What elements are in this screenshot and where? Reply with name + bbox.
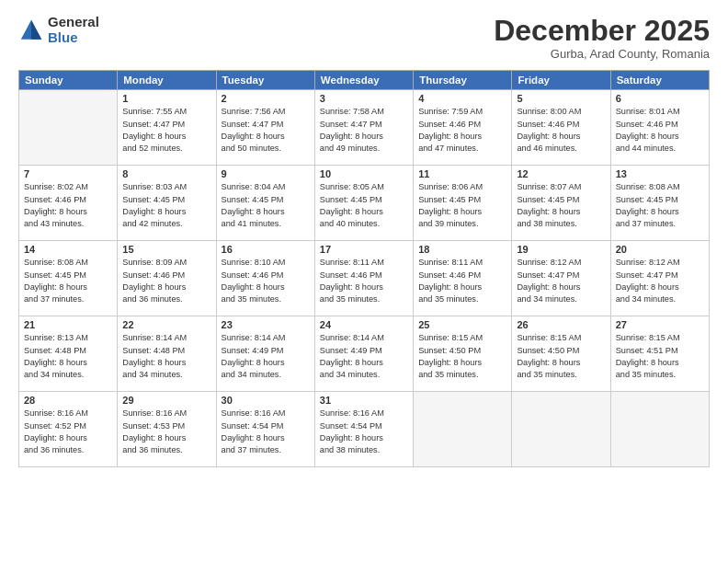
col-thursday: Thursday [414,71,512,90]
table-row: 27Sunrise: 8:15 AMSunset: 4:51 PMDayligh… [610,316,709,392]
cell-info: Sunrise: 8:08 AMSunset: 4:45 PMDaylight:… [24,257,112,305]
col-friday: Friday [512,71,610,90]
table-row: 3Sunrise: 7:58 AMSunset: 4:47 PMDaylight… [314,90,413,166]
table-row: 13Sunrise: 8:08 AMSunset: 4:45 PMDayligh… [610,166,709,241]
day-number: 1 [122,93,210,104]
day-number: 27 [616,319,704,330]
day-number: 18 [418,244,506,255]
col-saturday: Saturday [610,71,709,90]
cell-info: Sunrise: 8:13 AMSunset: 4:48 PMDaylight:… [24,332,112,381]
calendar-table: Sunday Monday Tuesday Wednesday Thursday… [18,70,710,467]
cell-info: Sunrise: 8:11 AMSunset: 4:46 PMDaylight:… [320,257,408,305]
col-tuesday: Tuesday [216,71,314,90]
cell-info: Sunrise: 8:15 AMSunset: 4:50 PMDaylight:… [517,332,605,381]
table-row: 29Sunrise: 8:16 AMSunset: 4:53 PMDayligh… [118,392,216,467]
cell-info: Sunrise: 8:14 AMSunset: 4:49 PMDaylight:… [320,332,408,381]
col-wednesday: Wednesday [314,71,413,90]
table-row: 31Sunrise: 8:16 AMSunset: 4:54 PMDayligh… [314,392,413,467]
calendar-header-row: Sunday Monday Tuesday Wednesday Thursday… [19,71,710,90]
day-number: 24 [320,319,408,330]
calendar-week-row: 21Sunrise: 8:13 AMSunset: 4:48 PMDayligh… [19,316,710,392]
cell-info: Sunrise: 8:15 AMSunset: 4:51 PMDaylight:… [616,332,704,381]
table-row: 12Sunrise: 8:07 AMSunset: 4:45 PMDayligh… [512,166,610,241]
cell-info: Sunrise: 8:12 AMSunset: 4:47 PMDaylight:… [517,257,605,305]
cell-info: Sunrise: 8:09 AMSunset: 4:46 PMDaylight:… [122,257,210,305]
table-row: 10Sunrise: 8:05 AMSunset: 4:45 PMDayligh… [314,166,413,241]
day-number: 23 [222,319,310,330]
table-row: 30Sunrise: 8:16 AMSunset: 4:54 PMDayligh… [216,392,314,467]
cell-info: Sunrise: 8:05 AMSunset: 4:45 PMDaylight:… [320,181,408,230]
col-monday: Monday [118,71,216,90]
table-row: 14Sunrise: 8:08 AMSunset: 4:45 PMDayligh… [19,241,118,316]
table-row: 16Sunrise: 8:10 AMSunset: 4:46 PMDayligh… [216,241,314,316]
day-number: 3 [320,93,408,104]
table-row: 22Sunrise: 8:14 AMSunset: 4:48 PMDayligh… [118,316,216,392]
cell-info: Sunrise: 8:12 AMSunset: 4:47 PMDaylight:… [616,257,704,305]
cell-info: Sunrise: 8:16 AMSunset: 4:54 PMDaylight:… [222,408,310,456]
table-row: 17Sunrise: 8:11 AMSunset: 4:46 PMDayligh… [314,241,413,316]
table-row [19,90,118,166]
table-row: 6Sunrise: 8:01 AMSunset: 4:46 PMDaylight… [610,90,709,166]
cell-info: Sunrise: 8:14 AMSunset: 4:49 PMDaylight:… [222,332,310,381]
table-row: 8Sunrise: 8:03 AMSunset: 4:45 PMDaylight… [118,166,216,241]
day-number: 4 [418,93,506,104]
cell-info: Sunrise: 8:06 AMSunset: 4:45 PMDaylight:… [418,181,506,230]
table-row: 15Sunrise: 8:09 AMSunset: 4:46 PMDayligh… [118,241,216,316]
logo-blue: Blue [48,30,99,46]
table-row: 20Sunrise: 8:12 AMSunset: 4:47 PMDayligh… [610,241,709,316]
day-number: 12 [517,168,605,179]
cell-info: Sunrise: 8:03 AMSunset: 4:45 PMDaylight:… [122,181,210,230]
cell-info: Sunrise: 8:02 AMSunset: 4:46 PMDaylight:… [24,181,112,230]
table-row: 2Sunrise: 7:56 AMSunset: 4:47 PMDaylight… [216,90,314,166]
table-row [512,392,610,467]
day-number: 26 [517,319,605,330]
cell-info: Sunrise: 8:14 AMSunset: 4:48 PMDaylight:… [122,332,210,381]
day-number: 17 [320,244,408,255]
calendar-week-row: 28Sunrise: 8:16 AMSunset: 4:52 PMDayligh… [19,392,710,467]
table-row: 21Sunrise: 8:13 AMSunset: 4:48 PMDayligh… [19,316,118,392]
svg-marker-1 [31,19,41,39]
day-number: 14 [24,244,112,255]
table-row [414,392,512,467]
day-number: 31 [320,395,408,406]
calendar-week-row: 14Sunrise: 8:08 AMSunset: 4:45 PMDayligh… [19,241,710,316]
cell-info: Sunrise: 8:00 AMSunset: 4:46 PMDaylight:… [517,106,605,155]
page: General Blue December 2025 Gurba, Arad C… [0,0,728,563]
day-number: 13 [616,168,704,179]
calendar-week-row: 1Sunrise: 7:55 AMSunset: 4:47 PMDaylight… [19,90,710,166]
table-row: 19Sunrise: 8:12 AMSunset: 4:47 PMDayligh… [512,241,610,316]
header: General Blue December 2025 Gurba, Arad C… [18,15,710,61]
day-number: 11 [418,168,506,179]
logo-text: General Blue [48,15,99,45]
day-number: 10 [320,168,408,179]
col-sunday: Sunday [19,71,118,90]
day-number: 28 [24,395,112,406]
cell-info: Sunrise: 8:16 AMSunset: 4:53 PMDaylight:… [122,408,210,456]
table-row: 7Sunrise: 8:02 AMSunset: 4:46 PMDaylight… [19,166,118,241]
table-row: 23Sunrise: 8:14 AMSunset: 4:49 PMDayligh… [216,316,314,392]
day-number: 16 [222,244,310,255]
day-number: 30 [222,395,310,406]
logo-icon [18,17,44,43]
table-row: 1Sunrise: 7:55 AMSunset: 4:47 PMDaylight… [118,90,216,166]
day-number: 8 [122,168,210,179]
cell-info: Sunrise: 8:08 AMSunset: 4:45 PMDaylight:… [616,181,704,230]
location-subtitle: Gurba, Arad County, Romania [494,47,710,61]
day-number: 7 [24,168,112,179]
cell-info: Sunrise: 8:04 AMSunset: 4:45 PMDaylight:… [222,181,310,230]
day-number: 29 [122,395,210,406]
day-number: 19 [517,244,605,255]
table-row: 28Sunrise: 8:16 AMSunset: 4:52 PMDayligh… [19,392,118,467]
cell-info: Sunrise: 8:07 AMSunset: 4:45 PMDaylight:… [517,181,605,230]
day-number: 22 [122,319,210,330]
cell-info: Sunrise: 8:16 AMSunset: 4:52 PMDaylight:… [24,408,112,456]
day-number: 2 [222,93,310,104]
table-row: 26Sunrise: 8:15 AMSunset: 4:50 PMDayligh… [512,316,610,392]
day-number: 15 [122,244,210,255]
logo: General Blue [18,15,99,45]
day-number: 21 [24,319,112,330]
table-row: 11Sunrise: 8:06 AMSunset: 4:45 PMDayligh… [414,166,512,241]
day-number: 5 [517,93,605,104]
calendar-week-row: 7Sunrise: 8:02 AMSunset: 4:46 PMDaylight… [19,166,710,241]
cell-info: Sunrise: 8:15 AMSunset: 4:50 PMDaylight:… [418,332,506,381]
